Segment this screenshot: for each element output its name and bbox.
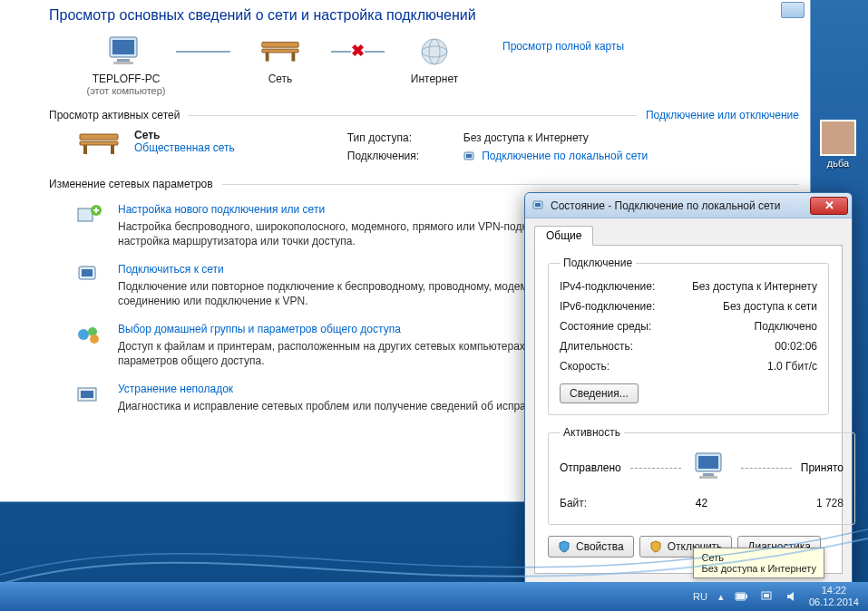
dialog-title: Состояние - Подключение по локальной сет… xyxy=(551,199,805,212)
bench-icon xyxy=(258,33,302,71)
page-title: Просмотр основных сведений о сети и наст… xyxy=(33,0,799,33)
network-tooltip: Сеть Без доступа к Интернету xyxy=(693,548,824,578)
svg-rect-33 xyxy=(746,595,747,598)
topology-internet: Интернет xyxy=(385,33,484,85)
svg-rect-30 xyxy=(703,473,714,476)
tooltip-line2: Без доступа к Интернету xyxy=(701,563,816,574)
troubleshoot-icon xyxy=(76,383,105,408)
topology-network: Сеть xyxy=(230,33,330,85)
section-change-label: Изменение сетевых параметров xyxy=(49,178,213,190)
section-active: Просмотр активных сетей Подключение или … xyxy=(49,109,799,121)
svg-rect-11 xyxy=(80,134,118,140)
computer-icon xyxy=(690,451,732,484)
nic-icon xyxy=(463,151,476,162)
battery-icon[interactable] xyxy=(735,591,749,602)
network-tray-icon[interactable] xyxy=(760,590,775,603)
svg-rect-2 xyxy=(117,59,130,62)
language-indicator[interactable]: RU xyxy=(693,591,707,602)
dialog-titlebar[interactable]: Состояние - Подключение по локальной сет… xyxy=(525,193,852,218)
group-activity-label: Активность xyxy=(560,426,624,439)
system-tray: RU ▴ 14:22 06.12.2014 xyxy=(693,585,868,608)
nic-icon xyxy=(532,199,545,212)
topology-this-pc: TEPLOFF-PC (этот компьютер) xyxy=(76,33,176,96)
ipv4-value: Без доступа к Интернету xyxy=(692,276,817,296)
active-network: Сеть Общественная сеть Тип доступа: Без … xyxy=(33,129,799,165)
clock[interactable]: 14:22 06.12.2014 xyxy=(809,585,859,608)
dash-line xyxy=(741,468,792,469)
svg-rect-6 xyxy=(266,53,269,62)
topology-link-broken: ✖ xyxy=(330,33,385,71)
details-button[interactable]: Сведения... xyxy=(560,383,639,403)
svg-rect-5 xyxy=(262,49,298,53)
ipv6-key: IPv6-подключение: xyxy=(560,296,655,316)
active-network-name: Сеть xyxy=(134,129,235,141)
properties-button[interactable]: Свойства xyxy=(548,536,634,558)
svg-rect-16 xyxy=(466,154,472,158)
svg-rect-31 xyxy=(699,476,717,479)
svg-rect-36 xyxy=(764,594,769,597)
svg-rect-20 xyxy=(82,269,93,276)
media-value: Подключено xyxy=(755,316,817,336)
svg-rect-27 xyxy=(535,203,541,207)
properties-button-label: Свойства xyxy=(576,540,624,553)
wizard-icon xyxy=(76,203,105,228)
connect-disconnect-link[interactable]: Подключение или отключение xyxy=(646,109,799,121)
group-connection: Подключение IPv4-подключение:Без доступа… xyxy=(548,257,829,415)
svg-point-8 xyxy=(422,39,447,64)
svg-rect-29 xyxy=(698,456,718,469)
topology-pc-label: TEPLOFF-PC xyxy=(93,73,161,85)
tooltip-line1: Сеть xyxy=(701,552,816,563)
access-type-value: Без доступа к Интернету xyxy=(463,129,589,147)
bytes-key: Байт: xyxy=(560,493,587,513)
ipv4-key: IPv4-подключение: xyxy=(560,276,655,296)
shield-icon xyxy=(558,540,571,553)
svg-rect-4 xyxy=(262,42,298,47)
setting-troubleshoot-title[interactable]: Устранение неполадок xyxy=(118,383,565,395)
globe-icon xyxy=(413,33,456,71)
speed-key: Скорость: xyxy=(560,356,610,376)
window-help-button[interactable] xyxy=(781,2,805,18)
tab-general[interactable]: Общие xyxy=(534,226,593,246)
group-connection-label: Подключение xyxy=(560,257,636,269)
svg-point-23 xyxy=(90,335,99,344)
svg-rect-12 xyxy=(80,141,118,145)
close-icon: ✕ xyxy=(824,199,834,212)
media-key: Состояние среды: xyxy=(560,316,651,336)
desktop-shortcut[interactable]: дьба xyxy=(817,120,859,169)
connect-icon xyxy=(76,263,105,288)
svg-rect-1 xyxy=(112,40,134,54)
tab-general-label: Общие xyxy=(546,229,581,242)
speed-value: 1.0 Гбит/с xyxy=(767,356,817,376)
svg-rect-25 xyxy=(81,391,93,398)
svg-rect-7 xyxy=(291,53,295,62)
topology-link-ok xyxy=(176,33,230,71)
active-network-type[interactable]: Общественная сеть xyxy=(134,141,235,154)
tray-chevron-icon[interactable]: ▴ xyxy=(718,591,724,603)
clock-time: 14:22 xyxy=(809,585,859,596)
svg-rect-34 xyxy=(736,594,745,599)
topology-network-label: Сеть xyxy=(268,73,293,85)
bytes-recv: 1 728 xyxy=(816,493,844,513)
lan-connection-link[interactable]: Подключение по локальной сети xyxy=(482,150,648,162)
dur-value: 00:02:06 xyxy=(775,336,817,356)
x-icon: ✖ xyxy=(351,41,365,61)
sent-label: Отправлено xyxy=(560,461,621,474)
section-active-label: Просмотр активных сетей xyxy=(49,109,180,121)
setting-troubleshoot-desc: Диагностика и исправление сетевых пробле… xyxy=(118,399,565,413)
status-dialog: Состояние - Подключение по локальной сет… xyxy=(524,192,853,587)
divider xyxy=(189,115,637,116)
full-map-link[interactable]: Просмотр полной карты xyxy=(502,40,624,53)
svg-rect-3 xyxy=(113,62,133,64)
taskbar[interactable]: RU ▴ 14:22 06.12.2014 xyxy=(0,582,868,611)
tabs: Общие xyxy=(534,224,843,246)
computer-icon xyxy=(104,33,148,71)
svg-point-21 xyxy=(78,329,89,340)
svg-rect-13 xyxy=(83,145,87,154)
desktop-shortcut-label: дьба xyxy=(817,158,859,169)
volume-icon[interactable] xyxy=(785,590,798,603)
close-button[interactable]: ✕ xyxy=(810,197,848,215)
section-change: Изменение сетевых параметров xyxy=(49,178,799,190)
access-type-key: Тип доступа: xyxy=(347,129,447,147)
bench-icon xyxy=(76,129,122,163)
svg-rect-14 xyxy=(111,145,114,154)
